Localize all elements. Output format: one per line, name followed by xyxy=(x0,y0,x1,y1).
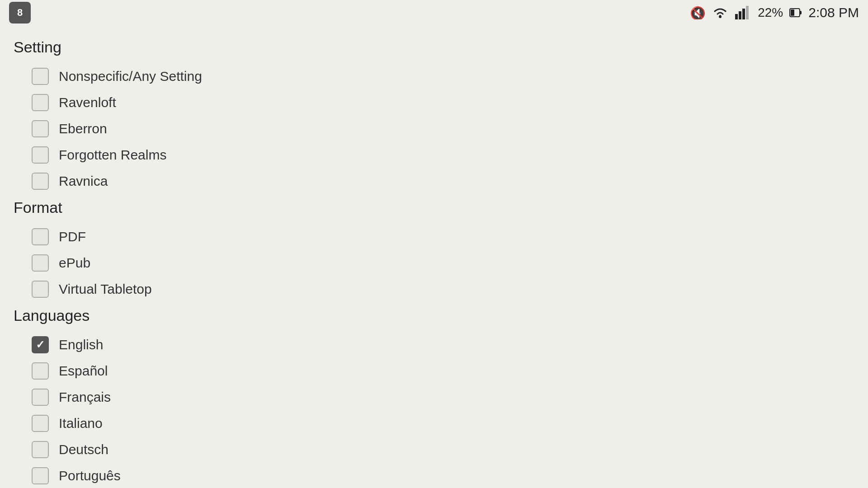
svg-rect-2 xyxy=(735,14,738,19)
svg-rect-3 xyxy=(739,11,741,19)
app-icon: 8 xyxy=(9,2,31,23)
checkbox-pdf-label: PDF xyxy=(59,229,86,244)
svg-rect-7 xyxy=(791,9,794,16)
main-content: Setting Nonspecific/Any Setting Ravenlof… xyxy=(0,25,868,488)
checkbox-ravnica-box[interactable] xyxy=(32,173,49,190)
checkbox-ravenloft-label: Ravenloft xyxy=(59,95,116,110)
checkbox-nonspecific-box[interactable] xyxy=(32,68,49,85)
checkbox-nonspecific-label: Nonspecific/Any Setting xyxy=(59,69,202,84)
checkbox-forgotten-realms[interactable]: Forgotten Realms xyxy=(14,142,854,168)
checkbox-pdf-box[interactable] xyxy=(32,228,49,245)
checkbox-eberron-label: Eberron xyxy=(59,121,107,136)
svg-rect-4 xyxy=(742,9,745,19)
checkbox-deutsch[interactable]: Deutsch xyxy=(14,436,854,463)
checkbox-epub[interactable]: ePub xyxy=(14,250,854,276)
svg-text:🔇: 🔇 xyxy=(690,6,705,19)
setting-header: Setting xyxy=(14,38,854,56)
checkbox-eberron[interactable]: Eberron xyxy=(14,116,854,142)
checkbox-francais[interactable]: Français xyxy=(14,384,854,410)
battery-level: 22% xyxy=(758,5,783,20)
checkbox-virtual-tabletop-label: Virtual Tabletop xyxy=(59,282,152,297)
checkbox-italiano-box[interactable] xyxy=(32,415,49,432)
checkbox-forgotten-realms-box[interactable] xyxy=(32,146,49,164)
current-time: 2:08 PM xyxy=(808,5,859,20)
checkbox-portugues[interactable]: Português xyxy=(14,463,854,488)
format-section: Format PDF ePub Virtual Tabletop xyxy=(14,199,854,302)
checkbox-nonspecific[interactable]: Nonspecific/Any Setting xyxy=(14,63,854,89)
status-bar: 8 🔇 22% xyxy=(0,0,868,25)
checkbox-portugues-label: Português xyxy=(59,468,121,483)
checkbox-epub-box[interactable] xyxy=(32,254,49,272)
setting-section: Setting Nonspecific/Any Setting Ravenlof… xyxy=(14,38,854,194)
checkbox-italiano-label: Italiano xyxy=(59,416,103,431)
checkbox-forgotten-realms-label: Forgotten Realms xyxy=(59,147,166,163)
checkbox-portugues-box[interactable] xyxy=(32,467,49,484)
checkbox-english-label: English xyxy=(59,337,103,352)
checkbox-pdf[interactable]: PDF xyxy=(14,224,854,250)
checkbox-espanol[interactable]: Español xyxy=(14,358,854,384)
svg-rect-5 xyxy=(746,6,749,19)
checkbox-ravnica-label: Ravnica xyxy=(59,174,108,189)
checkbox-italiano[interactable]: Italiano xyxy=(14,410,854,436)
signal-icon xyxy=(735,6,751,19)
svg-rect-8 xyxy=(800,11,802,14)
checkbox-ravnica[interactable]: Ravnica xyxy=(14,168,854,194)
checkbox-virtual-tabletop[interactable]: Virtual Tabletop xyxy=(14,276,854,302)
checkbox-virtual-tabletop-box[interactable] xyxy=(32,281,49,298)
status-bar-left: 8 xyxy=(9,2,31,23)
checkbox-deutsch-box[interactable] xyxy=(32,441,49,458)
checkbox-english[interactable]: English xyxy=(14,332,854,358)
checkbox-francais-label: Français xyxy=(59,389,111,405)
format-header: Format xyxy=(14,199,854,216)
status-icons: 🔇 22% 2:08 xyxy=(690,5,859,20)
checkbox-ravenloft-box[interactable] xyxy=(32,94,49,111)
checkbox-deutsch-label: Deutsch xyxy=(59,442,108,457)
languages-section: Languages English Español Français Itali… xyxy=(14,307,854,488)
checkbox-espanol-box[interactable] xyxy=(32,362,49,380)
checkbox-espanol-label: Español xyxy=(59,363,108,379)
svg-point-1 xyxy=(719,15,722,18)
languages-header: Languages xyxy=(14,307,854,324)
battery-icon xyxy=(789,7,802,18)
checkbox-francais-box[interactable] xyxy=(32,389,49,406)
checkbox-eberron-box[interactable] xyxy=(32,120,49,137)
checkbox-english-box[interactable] xyxy=(32,336,49,353)
muted-icon: 🔇 xyxy=(690,6,705,19)
checkbox-epub-label: ePub xyxy=(59,255,90,271)
wifi-icon xyxy=(712,6,729,19)
status-bar-right: 🔇 22% 2:08 xyxy=(690,5,859,20)
checkbox-ravenloft[interactable]: Ravenloft xyxy=(14,89,854,116)
